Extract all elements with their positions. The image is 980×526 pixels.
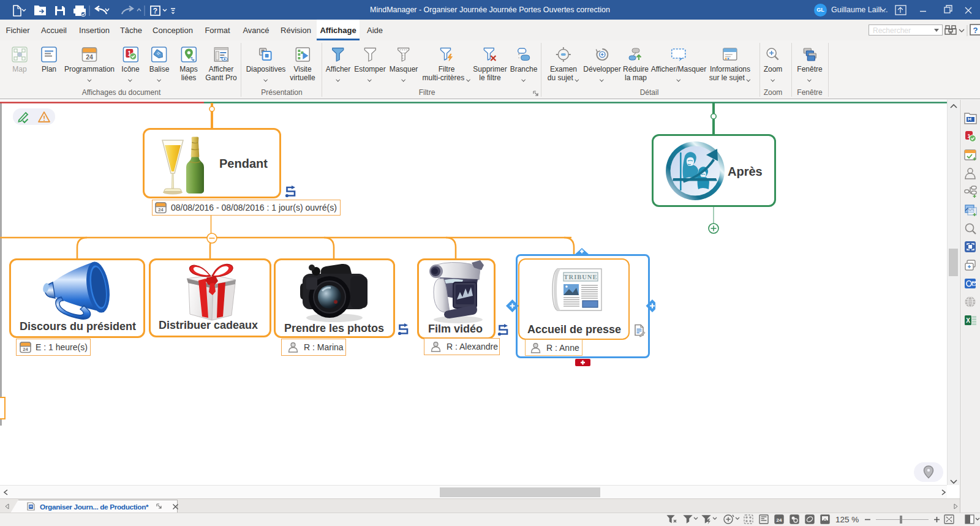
svg-text:125 %: 125 % <box>835 515 859 524</box>
svg-text:X: X <box>966 317 970 324</box>
svg-text:?: ? <box>973 26 978 35</box>
svg-text:24: 24 <box>777 517 782 523</box>
svg-text:24: 24 <box>158 207 164 212</box>
svg-text:TRIBUNE: TRIBUNE <box>564 274 598 280</box>
svg-text:24: 24 <box>23 347 28 352</box>
svg-text:24: 24 <box>86 53 93 61</box>
